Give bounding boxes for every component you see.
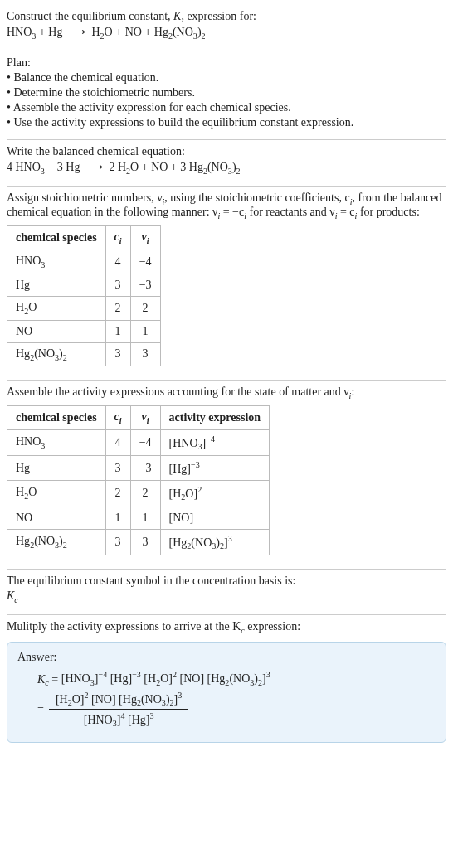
cell-vi: −3 (130, 274, 160, 296)
cell-species: Hg (7, 456, 106, 481)
plan-bullet-2: • Determine the stoichiometric numbers. (7, 86, 446, 99)
cell-ci: 1 (105, 320, 130, 342)
cell-ci: 3 (105, 342, 130, 366)
species-hg: Hg (66, 161, 83, 173)
species-hno3: HNO3 (7, 26, 36, 38)
activity-table: chemical species ci νi activity expressi… (7, 405, 270, 555)
multiply-text-b: expression: (245, 620, 300, 633)
species-hg: Hg (48, 26, 62, 38)
cell-species: HNO3 (7, 250, 106, 274)
cell-vi: −3 (130, 456, 160, 481)
col-vi: νi (130, 406, 160, 430)
plan-bullet-3: • Assemble the activity expression for e… (7, 101, 446, 114)
assemble-heading: Assemble the activity expressions accoun… (7, 386, 446, 400)
construct-text-a: Construct the equilibrium constant, (7, 10, 173, 22)
cell-ci: 4 (105, 429, 130, 455)
cell-activity: [Hg2(NO3)2]3 (160, 529, 270, 555)
col-ci: ci (105, 406, 130, 430)
cell-vi: −4 (130, 250, 160, 274)
cell-species: H2O (7, 296, 106, 320)
table-row: Hg2(NO3)233[Hg2(NO3)2]3 (7, 529, 270, 555)
stoich-text-g: and ν (310, 206, 335, 218)
stoich-text-c: , from (352, 192, 380, 204)
cell-ci: 3 (105, 456, 130, 481)
table-head: chemical species ci νi (7, 226, 161, 250)
balanced-equation: 4 HNO3 + 3 Hg ⟶ 2 H2O + NO + 3 Hg2(NO3)2 (7, 160, 446, 176)
col-species: chemical species (7, 226, 106, 250)
table-header-row: chemical species ci νi activity expressi… (7, 406, 270, 430)
answer-line-2: = [H2O]2 [NO] [Hg2(NO3)2]3 [HNO3]4 [Hg]3 (17, 689, 436, 730)
coeff-h2o: 2 (109, 161, 114, 173)
stoich-table: chemical species ci νi HNO34−4Hg3−3H2O22… (7, 225, 161, 366)
section-plan: Plan: • Balance the chemical equation. •… (7, 51, 446, 140)
table-row: Hg3−3 (7, 274, 161, 296)
col-activity: activity expression (160, 406, 270, 430)
section-kc-symbol: The equilibrium constant symbol in the c… (7, 570, 446, 615)
plan-bullet-1: • Balance the chemical equation. (7, 71, 446, 85)
species-hg2no32: Hg2(NO3)2 (189, 161, 241, 173)
cell-vi: 3 (130, 529, 160, 555)
table-row: Hg2(NO3)233 (7, 342, 161, 366)
coeff-hg: 3 (57, 161, 63, 173)
table-row: Hg3−3[Hg]−3 (7, 456, 270, 481)
cell-activity: [HNO3]−4 (160, 429, 270, 455)
balanced-heading: Write the balanced chemical equation: (7, 145, 446, 158)
kc-sub: c (14, 595, 17, 604)
species-no: NO (151, 161, 168, 173)
cell-vi: 1 (130, 320, 160, 342)
species-no: NO (125, 26, 142, 38)
kc-sub: c (45, 678, 48, 687)
section-balanced: Write the balanced chemical equation: 4 … (7, 140, 446, 187)
construct-K: K (173, 10, 181, 22)
equals: = (37, 703, 49, 716)
section-activity: Assemble the activity expressions accoun… (7, 381, 446, 570)
kc-K: K (37, 672, 45, 685)
cell-ci: 2 (105, 296, 130, 320)
plus: + (115, 26, 124, 38)
arrow-icon: ⟶ (66, 26, 89, 38)
cell-species: Hg2(NO3)2 (7, 342, 106, 366)
table-row: H2O22 (7, 296, 161, 320)
col-vi: νi (130, 226, 160, 250)
cell-vi: 2 (130, 481, 160, 507)
table-row: NO11[NO] (7, 507, 270, 529)
fraction-numerator: [H2O]2 [NO] [Hg2(NO3)2]3 (49, 689, 188, 709)
table-row: H2O22[H2O]2 (7, 481, 270, 507)
cell-activity: [Hg]−3 (160, 456, 270, 481)
coeff-hno3: 4 (7, 161, 12, 173)
plus: + (47, 161, 56, 173)
construct-line: Construct the equilibrium constant, K, e… (7, 10, 446, 23)
plus: + (171, 161, 180, 173)
multiply-text-a: Mulitply the activity expressions to arr… (7, 620, 241, 633)
kc-line: The equilibrium constant symbol in the c… (7, 575, 446, 588)
table-row: NO11 (7, 320, 161, 342)
stoich-text-a: Assign stoichiometric numbers, ν (7, 192, 163, 204)
plus: + (39, 26, 48, 38)
assemble-text: Assemble the activity expressions accoun… (7, 386, 349, 398)
cell-activity: [NO] (160, 507, 270, 529)
cell-species: HNO3 (7, 429, 106, 455)
table-header-row: chemical species ci νi (7, 226, 161, 250)
cell-species: Hg2(NO3)2 (7, 529, 106, 555)
stoich-text-f: for reactants (246, 206, 307, 218)
fraction-denominator: [HNO3]4 [Hg]3 (77, 710, 161, 730)
cell-species: NO (7, 320, 106, 342)
table-row: HNO34−4[HNO3]−4 (7, 429, 270, 455)
plan-bullet-4: • Use the activity expressions to build … (7, 116, 446, 129)
answer-line-1: Kc = [HNO3]−4 [Hg]−3 [H2O]2 [NO] [Hg2(NO… (17, 671, 436, 687)
arrow-icon: ⟶ (83, 161, 106, 173)
section-prompt: Construct the equilibrium constant, K, e… (7, 5, 446, 51)
section-stoich: Assign stoichiometric numbers, νi, using… (7, 187, 446, 381)
cell-ci: 4 (105, 250, 130, 274)
multiply-line: Mulitply the activity expressions to arr… (7, 620, 446, 635)
fraction: [H2O]2 [NO] [Hg2(NO3)2]3 [HNO3]4 [Hg]3 (49, 689, 188, 730)
cell-activity: [H2O]2 (160, 481, 270, 507)
plus: + (142, 161, 151, 173)
cell-vi: −4 (130, 429, 160, 455)
kc-symbol: Kc (7, 589, 446, 604)
page: Construct the equilibrium constant, K, e… (0, 0, 453, 761)
cell-ci: 2 (105, 481, 130, 507)
cell-species: Hg (7, 274, 106, 296)
table-body: HNO34−4[HNO3]−4Hg3−3[Hg]−3H2O22[H2O]2NO1… (7, 429, 270, 555)
stoich-text-b: , using the stoichiometric coefficients,… (164, 192, 349, 204)
